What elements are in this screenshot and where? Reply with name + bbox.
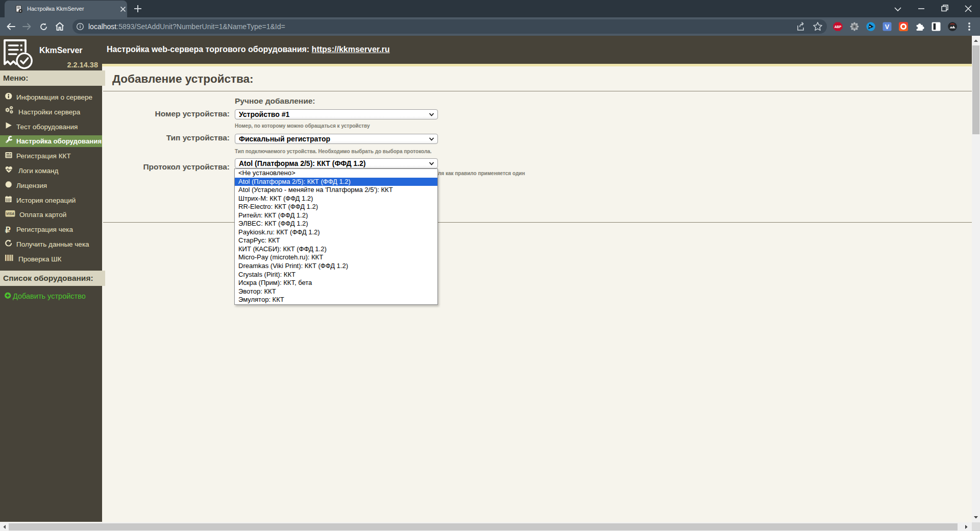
svg-text:V: V — [885, 23, 890, 31]
svg-text:VISA: VISA — [6, 212, 14, 216]
svg-text:ABP: ABP — [835, 25, 842, 29]
